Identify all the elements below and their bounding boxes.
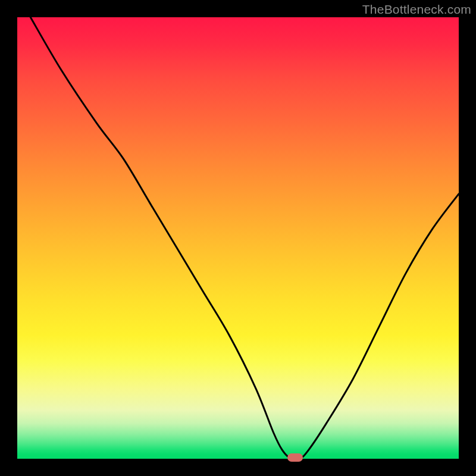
optimal-marker: [287, 453, 303, 462]
watermark-text: TheBottleneck.com: [362, 2, 471, 17]
bottleneck-curve: [17, 17, 459, 459]
chart-frame: TheBottleneck.com: [0, 0, 476, 476]
plot-area: [17, 17, 459, 459]
